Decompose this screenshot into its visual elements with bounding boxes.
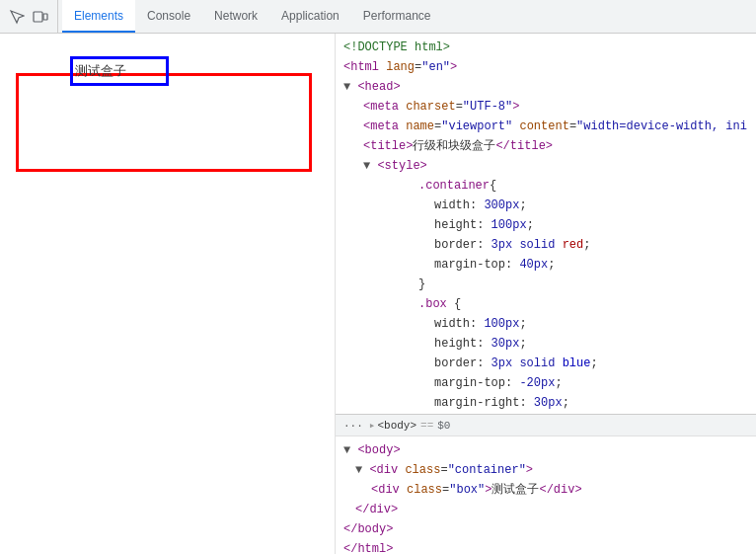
tab-application[interactable]: Application — [269, 0, 351, 33]
code-line: <!DOCTYPE html> — [336, 38, 756, 57]
device-toggle-icon[interactable] — [32, 8, 49, 26]
tab-console[interactable]: Console — [135, 0, 202, 33]
svg-rect-0 — [34, 12, 42, 22]
code-line: <meta name="viewport" content="width=dev… — [336, 117, 756, 136]
code-line: ▼ <head> — [336, 77, 756, 97]
code-line: <meta charset="UTF-8"> — [336, 97, 756, 117]
code-line: height: 30px; — [336, 334, 756, 354]
code-line: width: 300px; — [336, 196, 756, 215]
bottom-bar: ··· ▸ <body> == $0 — [336, 414, 756, 435]
tab-network[interactable]: Network — [202, 0, 269, 33]
code-line: margin-top: 40px; — [336, 255, 756, 275]
devtools-toolbar: Elements Console Network Application Per… — [0, 0, 756, 34]
code-line: </html> — [336, 539, 756, 554]
tab-elements[interactable]: Elements — [62, 0, 135, 33]
code-line: border: 3px solid blue; — [336, 354, 756, 373]
breadcrumb-dots: ··· — [343, 420, 363, 432]
code-area-body[interactable]: ▼ <body> ▼ <div class="container"> <div … — [336, 435, 756, 554]
code-line: <div class="box">测试盒子</div> — [336, 480, 756, 500]
container-element: 测试盒子 — [16, 73, 312, 172]
code-line: } — [336, 275, 756, 294]
code-line: ▼ <body> — [336, 440, 756, 460]
code-line: height: 100px; — [336, 215, 756, 235]
breadcrumb: ··· ▸ <body> == $0 — [343, 419, 450, 432]
code-line: <title>行级和块级盒子</title> — [336, 136, 756, 156]
main-area: 测试盒子 <!DOCTYPE html> <html lang="en"> ▼ … — [0, 34, 756, 554]
code-line: .container{ — [336, 176, 756, 196]
code-line: <html lang="en"> — [336, 57, 756, 77]
box-element: 测试盒子 — [70, 56, 169, 86]
elements-pane: <!DOCTYPE html> <html lang="en"> ▼ <head… — [336, 34, 756, 554]
code-line: margin-top: -20px; — [336, 373, 756, 393]
breadcrumb-dollar: $0 — [437, 420, 450, 432]
code-line: ▼ <style> — [336, 156, 756, 176]
tab-performance[interactable]: Performance — [351, 0, 443, 33]
svg-rect-1 — [43, 14, 47, 20]
tabs-bar: Elements Console Network Application Per… — [58, 0, 443, 33]
code-line: .box { — [336, 294, 756, 314]
code-line: ▼ <div class="container"> — [336, 460, 756, 480]
code-line: margin-right: 30px; — [336, 393, 756, 413]
inspect-icon[interactable] — [8, 8, 26, 26]
preview-content: 测试盒子 — [16, 73, 312, 172]
code-line: </body> — [336, 519, 756, 539]
breadcrumb-body[interactable]: <body> — [377, 420, 416, 432]
toolbar-icons — [0, 0, 58, 33]
code-line: border: 3px solid red; — [336, 235, 756, 255]
code-area[interactable]: <!DOCTYPE html> <html lang="en"> ▼ <head… — [336, 34, 756, 414]
code-line: </div> — [336, 500, 756, 519]
preview-pane: 测试盒子 — [0, 34, 336, 554]
code-line: width: 100px; — [336, 314, 756, 334]
